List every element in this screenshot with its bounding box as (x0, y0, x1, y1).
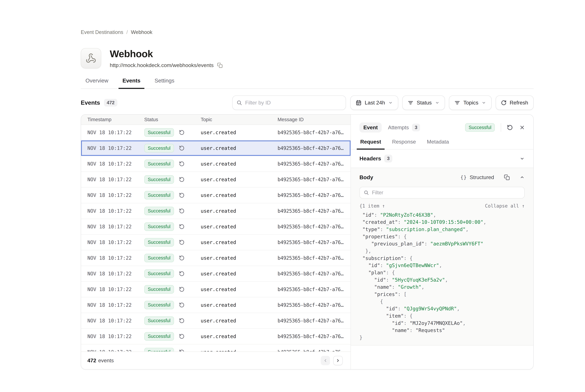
row-message-id: b4925365-b8cf-42b7-a76… (278, 240, 350, 245)
table-row[interactable]: NOV 18 10:17:22 Successful user.created … (81, 219, 350, 235)
tab-overview[interactable]: Overview (86, 78, 108, 88)
table-row[interactable]: NOV 18 10:17:22 Successful user.created … (81, 250, 350, 266)
row-status-badge: Successful (144, 301, 174, 309)
retry-event-button[interactable] (507, 124, 513, 130)
retry-icon (179, 208, 184, 214)
events-list-pane: Timestamp Status Topic Message ID NOV 18… (81, 115, 350, 369)
row-timestamp: NOV 18 10:17:22 (88, 192, 144, 198)
table-row[interactable]: NOV 18 10:17:22 Successful user.created … (81, 125, 350, 140)
row-retry-button[interactable] (179, 255, 184, 261)
table-row[interactable]: NOV 18 10:17:22 Successful user.created … (81, 172, 350, 188)
table-row[interactable]: NOV 18 10:17:22 Successful user.created … (81, 140, 350, 156)
table-row[interactable]: NOV 18 10:17:22 Successful user.created … (81, 188, 350, 203)
status-filter-button[interactable]: Status (402, 96, 445, 110)
row-retry-button[interactable] (179, 240, 184, 245)
chevron-left-icon (323, 358, 328, 363)
row-topic: user.created (201, 130, 278, 135)
row-status-badge: Successful (144, 207, 174, 215)
body-filter-search[interactable] (360, 187, 525, 199)
filter-by-id-input[interactable] (245, 100, 342, 106)
body-filter-input[interactable] (372, 190, 520, 196)
row-status-badge: Successful (144, 348, 174, 352)
row-message-id: b4925365-b8cf-42b7-a76… (278, 255, 350, 261)
retry-icon (179, 318, 184, 324)
tab-events[interactable]: Events (122, 78, 140, 88)
filter-by-id-search[interactable] (232, 96, 346, 110)
row-topic: user.created (201, 224, 278, 230)
row-topic: user.created (201, 349, 278, 352)
retry-icon (179, 349, 184, 352)
row-retry-button[interactable] (179, 192, 184, 198)
table-row[interactable]: NOV 18 10:17:22 Successful user.created … (81, 203, 350, 219)
body-collapse-button[interactable] (520, 175, 525, 180)
webhook-icon (86, 53, 96, 64)
table-row[interactable]: NOV 18 10:17:22 Successful user.created … (81, 266, 350, 282)
events-toolbar: Events 472 Last 24h (81, 96, 534, 110)
footer-count: 472 (88, 358, 96, 364)
row-timestamp: NOV 18 10:17:22 (88, 318, 144, 324)
time-range-button[interactable]: Last 24h (350, 96, 398, 110)
row-retry-button[interactable] (179, 146, 184, 151)
event-tab[interactable]: Event (360, 122, 382, 132)
row-retry-button[interactable] (179, 286, 184, 292)
next-page-button[interactable] (333, 356, 342, 365)
collapse-all-button[interactable]: Collapse all ↑ (485, 203, 525, 208)
breadcrumb-parent-link[interactable]: Event Destinations (81, 29, 123, 35)
json-items-label: {1 item ↑ (360, 203, 385, 208)
event-status-badge: Successful (465, 123, 495, 132)
body-mode-selector[interactable]: Structured (470, 174, 494, 180)
chevron-down-icon (435, 100, 440, 105)
copy-icon (217, 62, 223, 68)
row-message-id: b4925365-b8cf-42b7-a76… (278, 318, 350, 324)
row-retry-button[interactable] (179, 271, 184, 276)
table-row[interactable]: NOV 18 10:17:22 Successful user.created … (81, 156, 350, 172)
headers-section[interactable]: Headers 3 (351, 150, 533, 168)
row-retry-button[interactable] (179, 161, 184, 166)
row-status-badge: Successful (144, 285, 174, 294)
table-row[interactable]: NOV 18 10:17:22 Successful user.created … (81, 344, 350, 352)
row-status-badge: Successful (144, 160, 174, 168)
footer-count-label: events (98, 358, 114, 364)
tab-settings[interactable]: Settings (154, 78, 174, 88)
row-timestamp: NOV 18 10:17:22 (88, 349, 144, 352)
chevron-down-icon (388, 100, 393, 105)
events-card: Timestamp Status Topic Message ID NOV 18… (81, 114, 534, 370)
table-row[interactable]: NOV 18 10:17:22 Successful user.created … (81, 282, 350, 297)
detail-header: Event Attempts 3 Successful (351, 115, 533, 132)
copy-url-button[interactable] (217, 62, 223, 68)
table-row[interactable]: NOV 18 10:17:22 Successful user.created … (81, 297, 350, 313)
close-detail-button[interactable] (520, 125, 525, 130)
table-row[interactable]: NOV 18 10:17:22 Successful user.created … (81, 329, 350, 344)
headers-expand-button[interactable] (520, 156, 525, 161)
row-retry-button[interactable] (179, 334, 184, 339)
row-message-id: b4925365-b8cf-42b7-a76… (278, 161, 350, 167)
copy-body-button[interactable] (504, 174, 510, 180)
row-retry-button[interactable] (179, 130, 184, 135)
refresh-button[interactable]: Refresh (496, 96, 534, 110)
table-header: Timestamp Status Topic Message ID (81, 115, 350, 125)
headers-label: Headers (360, 155, 381, 162)
table-row[interactable]: NOV 18 10:17:22 Successful user.created … (81, 235, 350, 250)
tab-response[interactable]: Response (391, 139, 417, 149)
retry-icon (179, 286, 184, 292)
retry-icon (179, 271, 184, 276)
tab-metadata[interactable]: Metadata (426, 139, 450, 149)
tab-request[interactable]: Request (360, 139, 382, 149)
row-message-id: b4925365-b8cf-42b7-a76… (278, 130, 350, 135)
topics-filter-button[interactable]: Topics (449, 96, 492, 110)
chevron-up-icon (520, 175, 525, 180)
copy-icon (504, 174, 510, 180)
row-retry-button[interactable] (179, 302, 184, 308)
row-retry-button[interactable] (179, 224, 184, 230)
row-retry-button[interactable] (179, 177, 184, 182)
row-retry-button[interactable] (179, 318, 184, 324)
row-retry-button[interactable] (179, 208, 184, 214)
table-row[interactable]: NOV 18 10:17:22 Successful user.created … (81, 313, 350, 329)
row-message-id: b4925365-b8cf-42b7-a76… (278, 208, 350, 214)
row-topic: user.created (201, 240, 278, 245)
search-icon (236, 100, 242, 106)
prev-page-button[interactable] (321, 356, 330, 365)
row-retry-button[interactable] (179, 349, 184, 352)
attempts-tab[interactable]: Attempts (388, 124, 409, 130)
events-count-badge: 472 (104, 99, 117, 106)
